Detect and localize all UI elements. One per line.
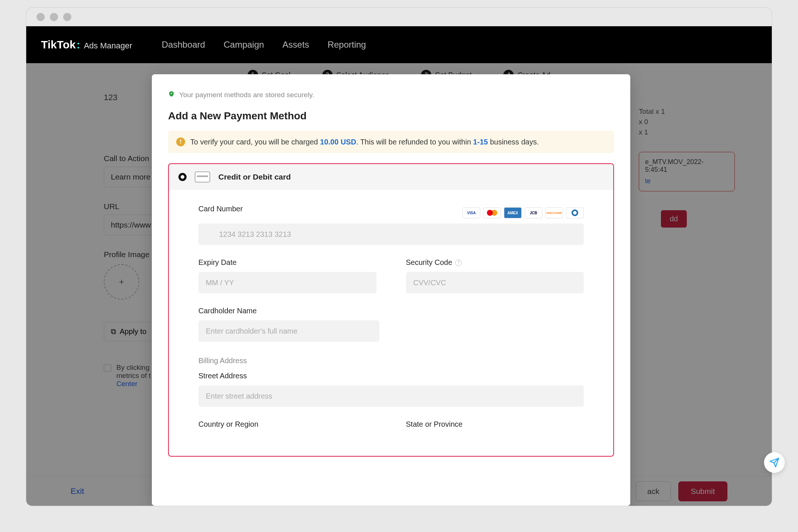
visa-icon: VISA [463, 207, 480, 218]
billing-section-label: Billing Address [198, 357, 584, 365]
send-icon [769, 457, 780, 468]
nav-reporting[interactable]: Reporting [328, 40, 366, 50]
warning-icon: ! [176, 137, 185, 146]
card-option-header[interactable]: Credit or Debit card [169, 164, 613, 190]
app-shell: TikTok: Ads Manager Dashboard Campaign A… [26, 26, 772, 506]
traffic-light-minimize[interactable] [50, 13, 58, 21]
card-radio[interactable] [178, 173, 187, 181]
payment-method-modal: Your payment methods are stored securely… [152, 74, 630, 506]
street-input[interactable] [198, 385, 584, 407]
card-option-block: Credit or Debit card Card Number VISA AM… [168, 163, 614, 457]
top-navigation: TikTok: Ads Manager Dashboard Campaign A… [26, 26, 772, 63]
card-number-label: Card Number [198, 205, 243, 213]
street-label: Street Address [198, 372, 584, 380]
brand-logo[interactable]: TikTok: Ads Manager [41, 38, 132, 51]
country-label: Country or Region [198, 420, 376, 429]
cvv-input[interactable] [406, 272, 584, 293]
card-option-label: Credit or Debit card [218, 173, 291, 181]
content-area: 1Set Goal •••••••••• 2Select Audience ••… [26, 63, 772, 506]
help-icon[interactable]: ? [455, 259, 462, 266]
verify-amount: 10.00 USD [320, 138, 356, 146]
discover-icon: DISCOVER [545, 207, 563, 218]
card-icon [195, 171, 210, 183]
brand-subtitle: Ads Manager [84, 41, 132, 51]
modal-title: Add a New Payment Method [168, 110, 614, 122]
state-label: State or Province [406, 420, 584, 429]
nav-campaign[interactable]: Campaign [224, 40, 264, 50]
amex-icon: AMEX [504, 207, 522, 218]
window-titlebar [26, 8, 772, 26]
brand-name: TikTok [41, 38, 76, 51]
secure-message: Your payment methods are stored securely… [179, 91, 314, 99]
nav-dashboard[interactable]: Dashboard [162, 40, 205, 50]
expiry-label: Expiry Date [198, 258, 376, 267]
verify-days: 1-15 [473, 138, 488, 146]
verify-banner: ! To verify your card, you will be charg… [168, 131, 614, 153]
expiry-input[interactable] [198, 272, 376, 293]
cardholder-label: Cardholder Name [198, 307, 584, 315]
secure-message-row: Your payment methods are stored securely… [168, 91, 614, 99]
card-number-input[interactable] [198, 224, 584, 245]
cardholder-input[interactable] [198, 320, 379, 342]
traffic-light-close[interactable] [37, 13, 45, 21]
accepted-card-logos: VISA AMEX JCB DISCOVER [463, 207, 584, 218]
traffic-light-zoom[interactable] [63, 13, 71, 21]
shield-icon [168, 91, 175, 99]
mastercard-icon [483, 207, 501, 218]
brand-colon-icon: : [76, 38, 80, 51]
card-form: Card Number VISA AMEX JCB DISCOVER [169, 190, 613, 456]
nav-links: Dashboard Campaign Assets Reporting [162, 40, 366, 50]
verify-text: To verify your card, you will be charged… [190, 138, 539, 146]
floating-send-button[interactable] [764, 452, 785, 473]
diners-icon [566, 207, 584, 218]
nav-assets[interactable]: Assets [283, 40, 309, 50]
jcb-icon: JCB [525, 207, 542, 218]
cvv-label: Security Code ? [406, 258, 584, 267]
browser-window: TikTok: Ads Manager Dashboard Campaign A… [26, 7, 772, 506]
